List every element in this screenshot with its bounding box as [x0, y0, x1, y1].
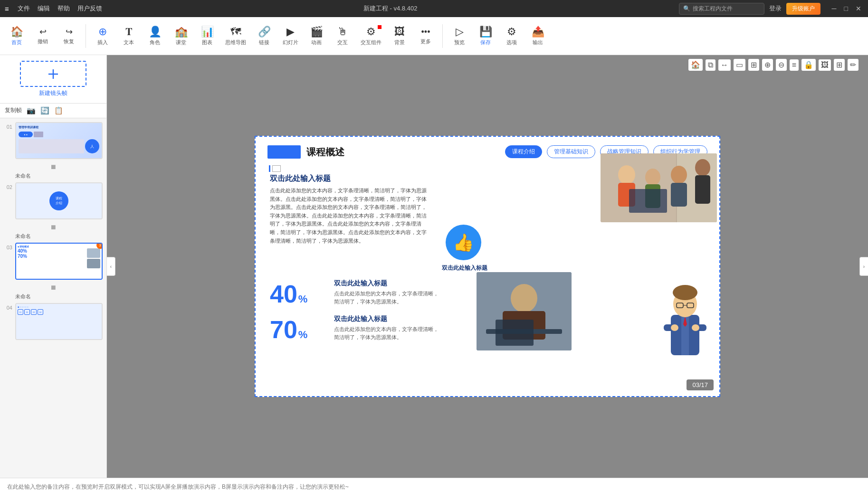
minimize-button[interactable]: ─	[830, 5, 839, 12]
mini-row-1: ● ●	[19, 132, 99, 137]
canvas-tool-frame[interactable]: ▭	[734, 59, 745, 71]
preview-icon: ▷	[456, 26, 464, 38]
slide-title[interactable]: 课程概述	[306, 146, 344, 159]
slide-item-3[interactable]: 03 ■ 课程概述 40% 70%	[4, 243, 103, 280]
toolbar-redo[interactable]: ↪ 恢复	[57, 24, 81, 47]
menu-edit[interactable]: 编辑	[38, 4, 50, 13]
stat-40-desc[interactable]: 点击此处添加您的文本内容，文字条理清晰，简洁明了，字体为思源黑体。	[334, 290, 443, 305]
expand-panel-button[interactable]: ›	[859, 257, 868, 276]
slide-item-2[interactable]: 02 课程介绍	[4, 182, 103, 219]
notes-input[interactable]	[7, 483, 861, 492]
canvas-tool-arrange[interactable]: ⊞	[748, 59, 759, 71]
toolbar-classroom[interactable]: 🏫 课堂	[169, 23, 193, 48]
stat-70-num[interactable]: 70	[270, 317, 297, 342]
stat-70-title[interactable]: 双击此处输入标题	[334, 315, 443, 323]
slide-canvas[interactable]: 课程概述 课程介绍 管理基础知识 战略管理知识 组织行为学管理 双击此处输入标题…	[255, 136, 720, 397]
toolbar-text-label: 文本	[124, 39, 134, 46]
menu-feedback[interactable]: 用户反馈	[77, 4, 102, 13]
toolbar-interact-widget[interactable]: ⚙ 交互组件	[357, 23, 385, 48]
toolbar-undo[interactable]: ↩ 撤销	[31, 24, 55, 47]
canvas-tool-align[interactable]: ≡	[790, 59, 799, 71]
toolbar-link[interactable]: 🔗 链接	[252, 23, 276, 48]
notification-dot	[378, 25, 382, 29]
toolbar-animation-label: 动画	[311, 39, 322, 46]
svg-point-12	[695, 159, 710, 176]
thumbsup-label[interactable]: 双击此处输入标题	[437, 264, 492, 272]
canvas-tool-copy[interactable]: ⧉	[706, 59, 715, 71]
toolbar-save[interactable]: 💾 保存	[474, 23, 497, 48]
toolbar-insert[interactable]: ⊕ 插入	[91, 23, 114, 48]
stat-70-desc[interactable]: 点击此处添加您的文本内容，文字条理清晰，简洁明了，字体为思源黑体。	[334, 325, 443, 341]
toolbar-more[interactable]: ••• 更多	[414, 25, 438, 47]
nav-btn-0[interactable]: 课程介绍	[505, 145, 542, 158]
slides-list: 01 管理学培训课程 ● ● 人	[0, 118, 106, 478]
nav-btn-1[interactable]: 管理基础知识	[547, 145, 595, 158]
upgrade-button[interactable]: 升级账户	[786, 3, 820, 15]
camera-button[interactable]: 📷	[27, 106, 36, 115]
menu-help[interactable]: 帮助	[57, 4, 70, 13]
login-button[interactable]: 登录	[769, 4, 782, 13]
copy-frame-button[interactable]: 复制帧	[5, 106, 22, 115]
mini-circle-2: 课程介绍	[49, 191, 68, 210]
slide-num-2: 02	[4, 184, 12, 190]
new-frame-label: 新建镜头帧	[39, 89, 67, 97]
canvas-tool-zoom-in[interactable]: ⊕	[762, 59, 773, 71]
left-content-desc[interactable]: 点击此处添加您的文本内容，文字条理清晰，简洁明了，字体为思源黑体。点击此处添加您…	[270, 187, 427, 245]
search-placeholder: 搜索工程内文件	[693, 5, 733, 13]
mini-num-40: 40%	[18, 248, 86, 254]
toolbar-text[interactable]: 𝐓 文本	[117, 23, 141, 48]
canvas-tool-lock[interactable]: 🔒	[801, 59, 816, 71]
slide-thumb-2[interactable]: 课程介绍	[15, 182, 103, 219]
notes-area: ⤢	[0, 478, 868, 492]
slide-3-badge: 3	[96, 243, 103, 249]
mini-num-70: 70%	[18, 254, 86, 259]
refresh-button[interactable]: 🔄	[40, 106, 49, 115]
canvas-tool-mirror[interactable]: ↔	[718, 59, 731, 71]
toolbar-export[interactable]: 📤 输出	[526, 23, 550, 48]
left-content-title[interactable]: 双击此处输入标题	[270, 174, 331, 184]
toolbar-animation[interactable]: 🎬 动画	[305, 23, 328, 48]
stat-40-title[interactable]: 双击此处输入标题	[334, 279, 443, 288]
canvas-tool-edit[interactable]: ✏	[848, 59, 858, 71]
toolbar-character[interactable]: 👤 角色	[143, 23, 167, 48]
toolbar-home[interactable]: 🏠 首页	[5, 23, 29, 48]
team-photo-svg	[601, 153, 717, 222]
svg-point-8	[645, 169, 660, 186]
maximize-button[interactable]: □	[842, 5, 850, 12]
titlebar-right: 🔍 搜索工程内文件 登录 升级账户 ─ □ ✕	[679, 3, 863, 15]
canvas-tool-zoom-out[interactable]: ⊖	[776, 59, 787, 71]
slide-item-1[interactable]: 01 管理学培训课程 ● ● 人	[4, 122, 103, 159]
svg-point-17	[511, 284, 537, 312]
slide-thumb-4[interactable]: ■ ─ ─ ─ ─ 01 02 03 04	[15, 303, 103, 340]
toolbar-background[interactable]: 🖼 背景	[388, 23, 411, 48]
search-box[interactable]: 🔍 搜索工程内文件	[679, 3, 764, 15]
close-button[interactable]: ✕	[854, 5, 863, 12]
slide-thumb-3[interactable]: ■ 课程概述 40% 70% 3	[15, 243, 103, 280]
team-photo	[601, 153, 717, 222]
slide-item-4[interactable]: 04 ■ ─ ─ ─ ─ 01 02 03 04	[4, 303, 103, 340]
link-icon: 🔗	[258, 26, 271, 38]
slide-thumb-1[interactable]: 管理学培训课程 ● ● 人	[15, 122, 103, 159]
toolbar-slideshow[interactable]: ▶ 幻灯片	[278, 23, 302, 48]
mini-header-4: ■ ─ ─ ─ ─	[18, 305, 100, 308]
new-frame-button[interactable]: 新建镜头帧	[0, 55, 106, 104]
toolbar-preview[interactable]: ▷ 预览	[448, 23, 471, 48]
toolbar-chart[interactable]: 📊 图表	[195, 23, 219, 48]
canvas-tool-grid[interactable]: ⊞	[834, 59, 845, 71]
stat-40-num[interactable]: 40	[270, 282, 297, 306]
stat-40-pct: %	[298, 293, 308, 305]
collapse-sidebar-button[interactable]: ‹	[107, 257, 115, 276]
svg-point-25	[673, 285, 697, 300]
home-icon: 🏠	[10, 26, 23, 38]
slide-preview-1: 管理学培训课程 ● ● 人	[16, 123, 102, 158]
menu-file[interactable]: 文件	[18, 4, 30, 13]
canvas-tool-home[interactable]: 🏠	[688, 59, 703, 71]
toolbar-mindmap[interactable]: 🗺 思维导图	[221, 23, 250, 48]
mini-left-3: 40% 70%	[18, 248, 86, 268]
clipboard-button[interactable]: 📋	[54, 106, 63, 115]
toolbar-interact[interactable]: 🖱 交互	[331, 23, 354, 48]
toolbar-options[interactable]: ⚙ 选项	[500, 23, 524, 48]
canvas-tool-photo[interactable]: 🖼	[819, 59, 831, 71]
slide-preview-2: 课程介绍	[16, 183, 102, 218]
toolbar-interact-label: 交互	[337, 39, 348, 46]
